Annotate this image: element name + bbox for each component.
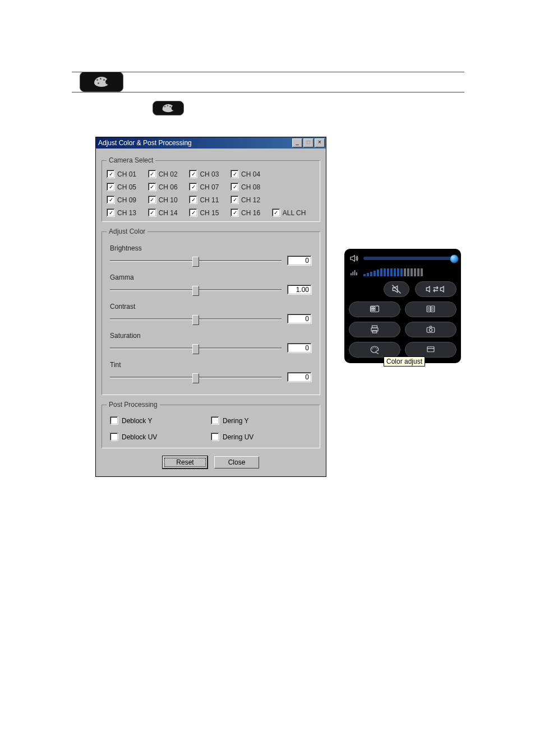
checkbox-icon[interactable] <box>107 208 115 217</box>
post-option[interactable]: Deblock UV <box>110 433 211 441</box>
channel-checkbox[interactable]: CH 13 <box>107 208 146 217</box>
slider-thumb[interactable] <box>192 373 199 383</box>
checkbox-icon[interactable] <box>107 196 115 204</box>
channel-list-button[interactable] <box>405 302 456 317</box>
mute-button[interactable] <box>384 281 409 297</box>
checkbox-icon[interactable] <box>189 183 197 191</box>
divider-bottom <box>72 92 464 92</box>
minimize-button[interactable]: _ <box>292 138 302 147</box>
post-option[interactable]: Dering UV <box>211 433 312 441</box>
checkbox-icon[interactable] <box>107 183 115 191</box>
audio-swap-button[interactable] <box>415 281 456 297</box>
svg-point-16 <box>372 349 373 350</box>
slider-track[interactable] <box>110 260 282 262</box>
channel-checkbox[interactable]: CH 09 <box>107 196 146 204</box>
slider-thumb[interactable] <box>192 286 199 296</box>
channel-checkbox[interactable]: CH 02 <box>148 170 187 178</box>
slider-value[interactable]: 0 <box>287 314 312 324</box>
checkbox-icon[interactable] <box>107 170 115 178</box>
checkbox-icon[interactable] <box>148 196 156 204</box>
checkbox-icon[interactable] <box>148 183 156 191</box>
slider-track[interactable] <box>110 318 282 320</box>
channel-checkbox[interactable]: CH 12 <box>230 196 270 204</box>
slider-track[interactable] <box>110 377 282 378</box>
channel-checkbox[interactable]: CH 05 <box>107 183 146 191</box>
tooltip-color-adjust: Color adjust <box>384 356 425 367</box>
svg-rect-6 <box>373 307 375 309</box>
channel-checkbox[interactable]: CH 01 <box>107 170 146 178</box>
channel-checkbox[interactable]: CH 06 <box>148 183 187 191</box>
channel-label: CH 14 <box>159 209 178 217</box>
slider-label: Contrast <box>110 303 312 310</box>
checkbox-icon[interactable] <box>189 170 197 178</box>
channel-checkbox[interactable]: ALL CH <box>272 208 315 217</box>
checkbox-icon[interactable] <box>110 416 118 425</box>
post-option-label: Deblock UV <box>122 433 157 441</box>
slider-thumb[interactable] <box>192 344 199 354</box>
slider-value[interactable]: 1.00 <box>287 285 312 295</box>
channel-label: CH 06 <box>159 183 178 191</box>
channel-checkbox[interactable]: CH 10 <box>148 196 187 204</box>
checkbox-icon[interactable] <box>230 208 239 217</box>
svg-rect-2 <box>354 270 356 275</box>
channel-checkbox[interactable]: CH 08 <box>230 183 270 191</box>
slider-row: Tint0 <box>110 361 312 382</box>
print-button[interactable] <box>349 322 400 337</box>
slider-value[interactable]: 0 <box>287 343 312 353</box>
checkbox-icon[interactable] <box>148 208 156 217</box>
checkbox-icon[interactable] <box>189 196 197 204</box>
channel-checkbox[interactable]: CH 16 <box>230 208 270 217</box>
svg-point-19 <box>376 349 377 350</box>
checkbox-icon[interactable] <box>272 208 280 217</box>
volume-slider[interactable] <box>363 257 456 260</box>
channel-label: CH 11 <box>200 196 219 204</box>
dialog-title: Adjust Color & Post Processing <box>98 139 292 147</box>
slider-thumb[interactable] <box>192 257 199 267</box>
channel-checkbox[interactable]: CH 11 <box>189 196 228 204</box>
color-adjust-button-inline[interactable] <box>153 101 184 115</box>
post-option-label: Dering Y <box>223 417 248 425</box>
post-option[interactable]: Deblock Y <box>110 416 211 425</box>
checkbox-icon[interactable] <box>230 170 239 178</box>
svg-rect-20 <box>427 347 434 352</box>
speaker-icon[interactable] <box>349 253 359 263</box>
display-mode-button[interactable] <box>349 302 400 317</box>
channel-label: ALL CH <box>283 209 306 217</box>
slider-value[interactable]: 0 <box>287 256 312 266</box>
channel-label: CH 05 <box>117 183 136 191</box>
volume-thumb[interactable] <box>450 254 459 263</box>
slider-value[interactable]: 0 <box>287 372 312 382</box>
layout-button[interactable] <box>405 342 456 358</box>
checkbox-icon[interactable] <box>189 208 197 217</box>
channel-label: CH 16 <box>241 209 260 217</box>
level-meter-icon <box>349 268 359 277</box>
channel-label: CH 09 <box>117 196 136 204</box>
checkbox-icon[interactable] <box>211 433 219 441</box>
slider-track[interactable] <box>110 347 282 349</box>
dialog-titlebar[interactable]: Adjust Color & Post Processing _ □ × <box>96 137 326 149</box>
channel-checkbox[interactable]: CH 03 <box>189 170 228 178</box>
checkbox-icon[interactable] <box>230 196 239 204</box>
channel-checkbox[interactable]: CH 14 <box>148 208 187 217</box>
post-option[interactable]: Dering Y <box>211 416 312 425</box>
slider-track[interactable] <box>110 289 282 291</box>
checkbox-icon[interactable] <box>110 433 118 441</box>
checkbox-icon[interactable] <box>211 416 219 425</box>
slider-thumb[interactable] <box>192 315 199 325</box>
snapshot-button[interactable] <box>405 322 456 337</box>
reset-button[interactable]: Reset <box>163 456 207 469</box>
close-window-button[interactable]: × <box>315 138 325 147</box>
post-option-label: Deblock Y <box>122 417 152 425</box>
color-adjust-button-header[interactable] <box>80 72 123 92</box>
color-adjust-button[interactable] <box>349 342 400 358</box>
channel-checkbox[interactable]: CH 04 <box>230 170 270 178</box>
close-button[interactable]: Close <box>214 456 259 469</box>
slider-label: Saturation <box>110 332 312 340</box>
checkbox-icon[interactable] <box>148 170 156 178</box>
channel-checkbox[interactable]: CH 15 <box>189 208 228 217</box>
slider-label: Tint <box>110 361 312 369</box>
checkbox-icon[interactable] <box>230 183 239 191</box>
channel-label: CH 13 <box>117 209 136 217</box>
channel-checkbox[interactable]: CH 07 <box>189 183 228 191</box>
svg-point-18 <box>375 347 376 349</box>
